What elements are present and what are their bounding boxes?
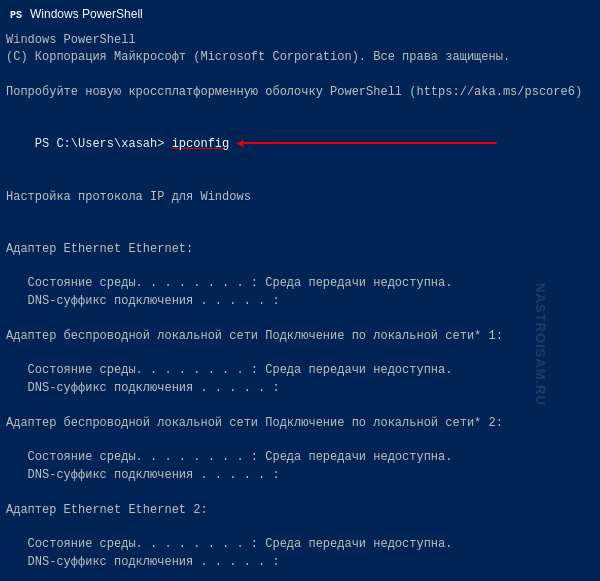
line-a4l2: DNS-суффикс подключения . . . . . : bbox=[6, 554, 594, 571]
line-header3: Попробуйте новую кросcплатформенную обол… bbox=[6, 84, 594, 101]
line-blank9 bbox=[6, 397, 594, 414]
line-adapter4: Адаптер Ethernet Ethernet 2: bbox=[6, 502, 594, 519]
line-a2l2: DNS-суффикс подключения . . . . . : bbox=[6, 380, 594, 397]
line-blank6 bbox=[6, 258, 594, 275]
line-a3l1: Состояние среды. . . . . . . . : Среда п… bbox=[6, 449, 594, 466]
line-prompt1: PS C:\Users\xasah> ipconfig ◄━━━━━━━━━━━… bbox=[6, 119, 594, 171]
line-adapter1: Адаптер Ethernet Ethernet: bbox=[6, 241, 594, 258]
line-a4l1: Состояние среды. . . . . . . . : Среда п… bbox=[6, 536, 594, 553]
line-adapter2: Адаптер беспроводной локальной сети Подк… bbox=[6, 328, 594, 345]
powershell-icon: PS bbox=[8, 6, 24, 22]
title-bar: PS Windows PowerShell bbox=[0, 0, 600, 28]
line-blank4 bbox=[6, 206, 594, 223]
line-blank1 bbox=[6, 67, 594, 84]
line-adapter3: Адаптер беспроводной локальной сети Подк… bbox=[6, 415, 594, 432]
line-blank8 bbox=[6, 345, 594, 362]
line-blank5 bbox=[6, 223, 594, 240]
svg-text:PS: PS bbox=[10, 10, 22, 21]
line-blank3 bbox=[6, 171, 594, 188]
line-header2: (С) Корпорация Майкрософт (Microsoft Cor… bbox=[6, 49, 594, 66]
line-a1l2: DNS-суффикс подключения . . . . . : bbox=[6, 293, 594, 310]
line-blank10 bbox=[6, 432, 594, 449]
line-a1l1: Состояние среды. . . . . . . . : Среда п… bbox=[6, 275, 594, 292]
line-a2l1: Состояние среды. . . . . . . . : Среда п… bbox=[6, 362, 594, 379]
line-blank7 bbox=[6, 310, 594, 327]
line-header1: Windows PowerShell bbox=[6, 32, 594, 49]
line-blank2 bbox=[6, 102, 594, 119]
line-blank13 bbox=[6, 571, 594, 581]
arrow-right-1: ◄━━━━━━━━━━━━━━━━━━━━━━━━━━━━━━━━━━━ bbox=[229, 136, 496, 153]
window-title: Windows PowerShell bbox=[30, 7, 143, 21]
command-ipconfig: ipconfig bbox=[172, 137, 230, 151]
line-a3l2: DNS-суффикс подключения . . . . . : bbox=[6, 467, 594, 484]
terminal-window: Windows PowerShell (С) Корпорация Майкро… bbox=[0, 28, 600, 581]
line-blank12 bbox=[6, 519, 594, 536]
line-blank11 bbox=[6, 484, 594, 501]
line-info1: Настройка протокола IP для Windows bbox=[6, 189, 594, 206]
prompt-prefix: PS C:\Users\xasah> bbox=[35, 137, 172, 151]
